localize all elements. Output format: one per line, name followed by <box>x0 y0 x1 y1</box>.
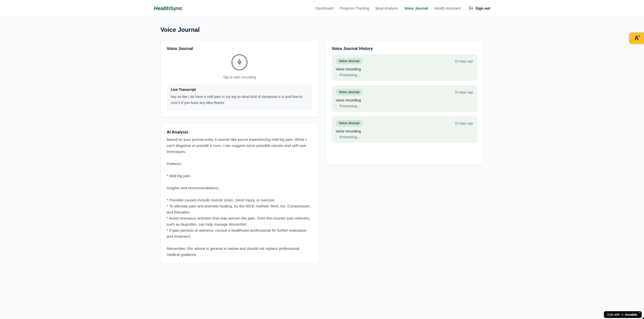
nav-health-assistant[interactable]: Health Assistant <box>434 6 461 10</box>
record-button[interactable] <box>232 55 247 70</box>
entry-timestamp: 15 days ago <box>455 59 473 63</box>
transcript-title: Live Transcript <box>171 88 309 92</box>
entry-title: Voice recording <box>336 129 473 133</box>
recorder-card: Voice Journal Tap to start recording <box>160 40 319 117</box>
microphone-icon <box>237 59 242 66</box>
close-icon[interactable]: ✕ <box>639 311 641 314</box>
history-entry-header: Voice Journal 15 days ago <box>336 89 473 95</box>
entry-type-badge: Voice Journal <box>336 120 363 126</box>
history-card: Voice Journal History Voice Journal 15 d… <box>325 40 484 165</box>
history-card-title: Voice Journal History <box>332 46 477 51</box>
left-column: Voice Journal Tap to start recording <box>160 40 319 264</box>
content-grid: Voice Journal Tap to start recording <box>160 40 484 264</box>
transcript-text: hey so like I do have a mild pain in my … <box>171 94 309 106</box>
entry-status: Processing... <box>336 73 473 77</box>
history-entry-header: Voice Journal 15 days ago <box>336 58 473 64</box>
entry-title: Voice recording <box>336 98 473 102</box>
entry-timestamp: 15 days ago <box>455 121 473 125</box>
sign-out-button[interactable]: Sign out <box>469 6 490 10</box>
main-content: Voice Journal Voice Journal <box>160 17 484 264</box>
lovable-side-tab[interactable]: Λ <box>629 32 644 44</box>
history-entry-header: Voice Journal 15 days ago <box>336 120 473 126</box>
analysis-card: AI Analysis Based on your journal entry,… <box>160 124 319 264</box>
badge-prefix: Edit with <box>607 313 620 316</box>
history-entry[interactable]: Voice Journal 15 days ago Voice recordin… <box>332 54 477 81</box>
analysis-card-title: AI Analysis <box>167 130 313 135</box>
recorder-area: Tap to start recording <box>167 51 313 79</box>
live-transcript-box: Live Transcript hey so like I do have a … <box>167 84 313 111</box>
record-hint: Tap to start recording <box>223 75 256 79</box>
nav-meal-analysis[interactable]: Meal Analysis <box>375 6 398 10</box>
app-header: HealthSync Dashboard Progress Tracking M… <box>0 0 644 17</box>
recorder-card-title: Voice Journal <box>167 46 313 51</box>
sign-out-label: Sign out <box>475 6 490 10</box>
edit-with-lovable-badge[interactable]: ✕ Edit with ♥ lovable <box>604 311 642 318</box>
entry-status: Processing... <box>336 135 473 139</box>
nav-dashboard[interactable]: Dashboard <box>316 6 334 10</box>
header-container: HealthSync Dashboard Progress Tracking M… <box>154 0 490 16</box>
entry-status: Processing... <box>336 104 473 108</box>
main-nav: Dashboard Progress Tracking Meal Analysi… <box>316 6 490 10</box>
lovable-mark-icon: Λ <box>635 35 638 42</box>
nav-progress-tracking[interactable]: Progress Tracking <box>340 6 369 10</box>
history-entry[interactable]: Voice Journal 15 days ago Voice recordin… <box>332 85 477 112</box>
nav-voice-journal[interactable]: Voice Journal <box>404 6 428 10</box>
corner-artifact <box>642 317 644 319</box>
page-title: Voice Journal <box>160 26 484 33</box>
right-column: Voice Journal History Voice Journal 15 d… <box>325 40 484 165</box>
logout-icon <box>469 6 473 10</box>
badge-brand: lovable <box>625 313 637 316</box>
entry-timestamp: 15 days ago <box>455 90 473 94</box>
entry-type-badge: Voice Journal <box>336 58 363 64</box>
entry-title: Voice recording <box>336 67 473 71</box>
app-logo[interactable]: HealthSync <box>154 5 182 11</box>
history-entry[interactable]: Voice Journal 15 days ago Voice recordin… <box>332 116 477 143</box>
entry-type-badge: Voice Journal <box>336 89 363 95</box>
heart-icon: ♥ <box>621 313 624 316</box>
analysis-text: Based on your journal entry, it sounds l… <box>167 137 313 258</box>
